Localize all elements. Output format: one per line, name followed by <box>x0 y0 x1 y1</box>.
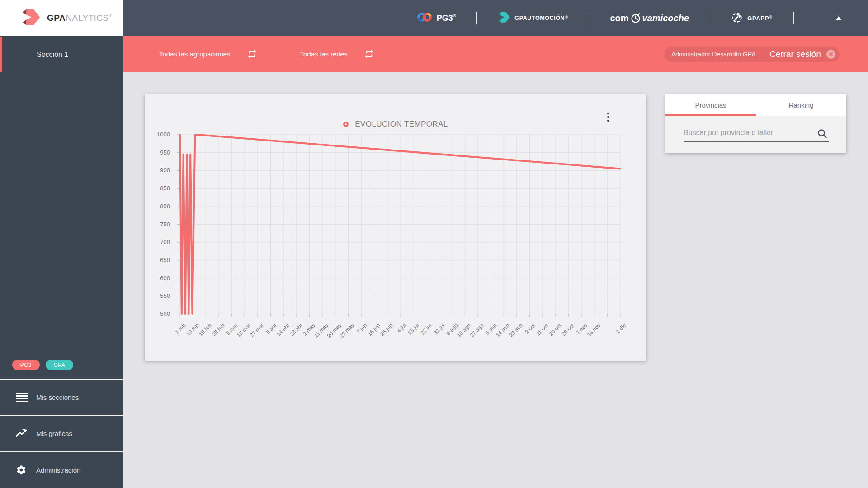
menu-item-label: Mis gráficas <box>36 430 72 437</box>
y-axis-label: 950 <box>160 149 170 156</box>
filter-label: Todas las agrupaciones <box>159 50 231 58</box>
brand-coche-post: vamicoche <box>642 13 689 23</box>
x-axis-label: 16 nov. <box>585 321 602 338</box>
brand-comprovamicoche: com vamicoche <box>610 13 689 23</box>
y-axis-label: 800 <box>160 203 170 210</box>
gpanalytics-arrow-icon <box>22 8 41 28</box>
x-axis-label: 20 oct. <box>547 321 563 337</box>
swap-icon[interactable] <box>364 49 374 59</box>
sidebar-item-mis-secciones[interactable]: Mis secciones <box>0 379 123 415</box>
y-axis-label: 650 <box>160 257 170 263</box>
list-icon <box>16 392 28 403</box>
search-area <box>665 116 846 153</box>
x-axis-label: 16 jun. <box>366 321 382 337</box>
chart-card: EVOLUCION TEMPORAL 100095090085080075070… <box>145 94 646 361</box>
collapse-arrow-icon <box>835 16 842 20</box>
search-input[interactable] <box>684 127 829 142</box>
gpanalytics-logo: GPANALYTICS® <box>0 0 123 36</box>
gpanalytics-wordmark: GPANALYTICS® <box>47 13 112 23</box>
chart-legend[interactable]: EVOLUCION TEMPORAL <box>145 120 646 129</box>
chart-line-icon <box>16 428 28 439</box>
sidebar: GPANALYTICS® Sección 1 PG3 GPA Mis secci… <box>0 0 123 488</box>
tab-ranking[interactable]: Ranking <box>756 94 846 116</box>
brand-pg3-label: PG3 <box>437 14 453 23</box>
x-axis-label: 4 jul. <box>396 321 408 334</box>
swap-icon[interactable] <box>247 49 257 59</box>
y-axis-label: 700 <box>160 239 170 245</box>
sidebar-item-mis-graficas[interactable]: Mis gráficas <box>0 415 123 451</box>
tab-provincias[interactable]: Provincias <box>665 94 756 116</box>
y-axis-label: 500 <box>160 310 170 317</box>
gpautomocion-arrow-icon <box>498 11 510 25</box>
x-axis-label: 29 oct. <box>561 321 576 337</box>
y-axis-label: 550 <box>160 292 170 299</box>
x-axis-label: 1 dic. <box>615 321 628 335</box>
sidebar-menu: Mis secciones Mis gráficas Administra <box>0 379 123 488</box>
x-axis-label: 25 jun. <box>379 321 395 337</box>
section-label: Sección 1 <box>37 51 68 59</box>
sidebar-item-seccion-1[interactable]: Sección 1 <box>0 37 123 72</box>
chart-svg <box>180 135 620 314</box>
filter-agrupaciones[interactable]: Todas las agrupaciones <box>159 49 257 59</box>
search-icon[interactable] <box>817 129 827 141</box>
top-header: PG3® GPAUTOMOCIÓN® com vamicoche <box>123 0 868 36</box>
brand-gpapp-label: GPAPP <box>747 15 769 22</box>
legend-label: EVOLUCION TEMPORAL <box>355 120 448 129</box>
brand-pg3: PG3® <box>417 11 456 25</box>
menu-item-label: Mis secciones <box>36 394 79 401</box>
source-badges: PG3 GPA <box>0 360 123 370</box>
logout-close-icon[interactable]: ✕ <box>826 50 835 59</box>
logout-button[interactable]: Cerrar sesión <box>769 49 821 59</box>
brand-gpautomocion: GPAUTOMOCIÓN® <box>498 11 568 25</box>
y-axis: 1000950900850800750700650600550500 <box>145 135 175 314</box>
brand-gpapp: GPAPP® <box>731 11 773 25</box>
x-axis-label: 19 feb. <box>198 321 214 338</box>
x-axis-label: 28 feb. <box>211 321 227 338</box>
x-axis-label: 22 jul. <box>420 321 434 336</box>
header-separator <box>589 12 589 24</box>
x-axis-label: 11 oct. <box>535 321 551 337</box>
x-axis: 1 feb.10 feb.19 feb.28 feb.9 mar.18 mar.… <box>180 319 620 350</box>
app-root: GPANALYTICS® Sección 1 PG3 GPA Mis secci… <box>0 0 868 488</box>
header-separator <box>476 12 477 24</box>
filter-label: Todas las redes <box>300 50 348 58</box>
chart-plot-area <box>180 135 620 314</box>
collapse-header-button[interactable] <box>835 16 842 20</box>
brand-gpautomocion-label: GPAUTOMOCIÓN <box>514 15 565 21</box>
user-name: Administrador Desarrollo GPA <box>671 51 755 58</box>
filter-bar: Todas las agrupaciones Todas las redes A… <box>123 36 868 72</box>
badge-pg3[interactable]: PG3 <box>12 360 40 370</box>
y-axis-label: 850 <box>160 185 170 192</box>
legend-ring-icon <box>343 122 349 127</box>
header-separator <box>710 12 710 24</box>
gpapp-wrench-icon <box>731 11 743 25</box>
gear-icon <box>16 465 28 475</box>
filter-redes[interactable]: Todas las redes <box>300 49 374 59</box>
y-axis-label: 900 <box>160 167 170 174</box>
session-pill: Administrador Desarrollo GPA Cerrar sesi… <box>664 47 840 62</box>
x-axis-label: 14 abr. <box>275 321 292 338</box>
y-axis-label: 750 <box>160 221 170 228</box>
panel-tabbar: Provincias Ranking <box>665 94 846 116</box>
menu-item-label: Administración <box>36 466 80 474</box>
y-axis-label: 600 <box>160 275 170 282</box>
y-axis-label: 1000 <box>157 131 170 138</box>
sidebar-item-administracion[interactable]: Administración <box>0 451 123 488</box>
x-axis-label: 31 jul. <box>432 321 447 336</box>
header-separator <box>793 12 794 24</box>
provinces-panel: Provincias Ranking <box>665 94 846 153</box>
x-axis-label: 10 feb. <box>185 321 201 338</box>
badge-gpa[interactable]: GPA <box>46 360 73 370</box>
brand-coche-pre: com <box>610 13 628 23</box>
pg3-infinity-icon <box>417 11 432 25</box>
x-axis-label: 13 jul. <box>406 321 421 336</box>
x-axis-label: 23 abr. <box>288 321 305 338</box>
clock-icon <box>630 13 641 23</box>
